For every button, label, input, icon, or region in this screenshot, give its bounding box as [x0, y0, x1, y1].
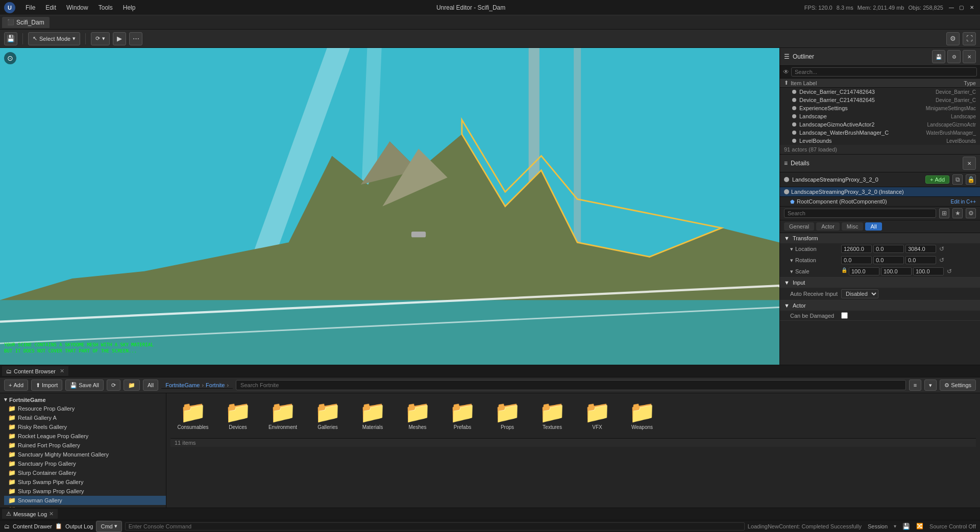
viewport[interactable]: ⊙ YOUR SCENE CONTAINS A SKYDOME MESH WIT…: [0, 48, 779, 365]
cb-settings-button[interactable]: ⚙ Settings: [940, 379, 976, 391]
tab-actor[interactable]: Actor: [816, 222, 840, 231]
play-button[interactable]: ▶: [113, 32, 126, 45]
scale-lock-icon[interactable]: 🔒: [841, 267, 847, 275]
edit-in-cpp-link[interactable]: Edit in C++: [951, 199, 976, 205]
cb-tree-item[interactable]: 📁Sanctuary Mighty Monument Gallery: [4, 450, 166, 459]
viewport-hint-button[interactable]: ⊙: [4, 52, 16, 64]
path-fortnite[interactable]: Fortnite: [206, 382, 225, 388]
save-button[interactable]: 💾: [4, 32, 17, 45]
menu-edit[interactable]: Edit: [43, 3, 58, 12]
menu-file[interactable]: File: [23, 3, 37, 12]
cb-tree-item[interactable]: 📁Ruined Fort Prop Gallery: [4, 441, 166, 450]
cb-all-button[interactable]: All: [143, 379, 158, 391]
transform-section-header[interactable]: ▼ Transform: [780, 233, 980, 243]
cb-tree-item[interactable]: 📁Rocket League Prop Gallery: [4, 432, 166, 441]
folder-devices[interactable]: 📁 Devices: [217, 399, 258, 432]
can-be-damaged-checkbox[interactable]: [841, 312, 848, 319]
location-z-input[interactable]: [905, 245, 936, 253]
details-search-input[interactable]: [784, 209, 936, 218]
close-button[interactable]: ✕: [968, 4, 976, 12]
rotation-y-input[interactable]: [873, 256, 904, 264]
input-section-header[interactable]: ▼ Input: [780, 277, 980, 288]
save-icon-status[interactable]: 💾: [902, 523, 910, 530]
tab-all[interactable]: All: [865, 222, 881, 231]
add-component-button[interactable]: + Add: [925, 175, 949, 184]
details-settings-button[interactable]: ⚙: [966, 208, 976, 218]
details-grid-view-button[interactable]: ⊞: [939, 208, 949, 218]
cb-tree-item[interactable]: 📁Resource Prop Gallery: [4, 404, 166, 413]
session-label[interactable]: Session: [868, 523, 888, 529]
select-mode-button[interactable]: ↖ Select Mode ▾: [28, 32, 80, 45]
scale-reset-button[interactable]: ↺: [945, 267, 953, 275]
rotation-z-input[interactable]: [905, 256, 936, 264]
content-drawer-button[interactable]: 🗂: [4, 523, 10, 529]
message-log-tab[interactable]: ⚠ Message Log ✕: [2, 509, 58, 519]
rotation-x-input[interactable]: [841, 256, 872, 264]
scale-z-input[interactable]: [913, 267, 944, 275]
menu-tools[interactable]: Tools: [96, 3, 115, 12]
path-fortnite-game[interactable]: FortniteGame: [165, 382, 200, 388]
transform-button[interactable]: ⟳ ▾: [91, 32, 110, 45]
maximize-button[interactable]: ▢: [958, 4, 966, 12]
cb-filter-button[interactable]: ≡: [909, 379, 921, 391]
details-instance-row[interactable]: LandscapeStreamingProxy_3_2_0 (Instance): [780, 187, 980, 197]
tab-misc[interactable]: Misc: [842, 222, 864, 231]
content-drawer-label[interactable]: Content Drawer: [13, 523, 52, 529]
outliner-settings-icon[interactable]: ⚙: [947, 50, 961, 63]
minimize-button[interactable]: —: [947, 4, 955, 12]
folder-vfx[interactable]: 📁 VFX: [577, 399, 618, 432]
output-log-button[interactable]: 📋: [55, 523, 62, 529]
cb-tree-item[interactable]: 📁Retail Gallery A: [4, 413, 166, 422]
outliner-item[interactable]: LandscapeGizmoActiveActor2 LandscapeGizm…: [780, 120, 980, 129]
cb-sort-button[interactable]: ▾: [924, 379, 937, 391]
folder-environment[interactable]: 📁 Environment: [262, 399, 303, 432]
cb-add-button[interactable]: + Add: [4, 379, 28, 391]
actor-section-header[interactable]: ▼ Actor: [780, 300, 980, 311]
settings-button[interactable]: ⚙: [946, 32, 960, 45]
component-lock-button[interactable]: 🔒: [966, 174, 976, 185]
console-command-input[interactable]: [125, 522, 745, 530]
cb-tree-root[interactable]: ▾ FortniteGame: [0, 395, 166, 404]
content-browser-tab[interactable]: 🗂 Content Browser ✕: [2, 366, 68, 376]
more-options-button[interactable]: ⋯: [129, 32, 142, 45]
folder-galleries[interactable]: 📁 Galleries: [307, 399, 348, 432]
outliner-item[interactable]: Landscape Landscape: [780, 112, 980, 120]
output-log-label[interactable]: Output Log: [65, 523, 93, 529]
msg-close[interactable]: ✕: [49, 511, 54, 517]
details-close-button[interactable]: ✕: [963, 157, 976, 170]
source-control-label[interactable]: Source Control Off: [929, 523, 976, 529]
component-copy-button[interactable]: ⧉: [952, 174, 963, 185]
cb-create-folder-button[interactable]: 📁: [124, 379, 140, 391]
folder-materials[interactable]: 📁 Materials: [352, 399, 393, 432]
outliner-search-input[interactable]: [791, 67, 977, 77]
tab-general[interactable]: General: [784, 222, 814, 231]
outliner-item[interactable]: Device_Barrier_C2147482645 Device_Barrie…: [780, 96, 980, 104]
outliner-item[interactable]: LevelBounds LevelBounds: [780, 137, 980, 145]
cb-sync-button[interactable]: ⟳: [107, 379, 120, 391]
cb-tree-item[interactable]: 📁Slurp Swamp Pipe Gallery: [4, 477, 166, 487]
folder-weapons[interactable]: 📁 Weapons: [622, 399, 663, 432]
location-x-input[interactable]: [841, 245, 872, 253]
details-root-row[interactable]: ⬟ RootComponent (RootComponent0) Edit in…: [780, 197, 980, 207]
menu-help[interactable]: Help: [121, 3, 138, 12]
folder-props[interactable]: 📁 Props: [487, 399, 528, 432]
folder-textures[interactable]: 📁 Textures: [532, 399, 573, 432]
cb-tab-close-button[interactable]: ✕: [60, 368, 64, 374]
cb-search-input[interactable]: [236, 380, 906, 390]
scale-y-input[interactable]: [881, 267, 912, 275]
outliner-close-button[interactable]: ✕: [963, 50, 976, 63]
folder-consumables[interactable]: 📁 Consumables: [173, 399, 213, 432]
outliner-save-icon[interactable]: 💾: [932, 50, 945, 63]
fullscreen-button[interactable]: ⛶: [963, 32, 976, 45]
cb-tree-item[interactable]: 📁Risky Reels Gallery: [4, 422, 166, 432]
cb-save-all-button[interactable]: 💾 Save All: [65, 379, 104, 391]
outliner-item[interactable]: Landscape_WaterBrushManager_C WaterBrush…: [780, 129, 980, 137]
menu-window[interactable]: Window: [64, 3, 90, 12]
location-y-input[interactable]: [873, 245, 904, 253]
cb-tree-item[interactable]: 📁Slurp Swamp Prop Gallery: [4, 487, 166, 496]
outliner-item[interactable]: Device_Barrier_C2147482643 Device_Barrie…: [780, 88, 980, 96]
location-reset-button[interactable]: ↺: [938, 245, 946, 253]
cb-tree-item-snowman-gallery[interactable]: 📁Snowman Gallery: [4, 496, 166, 505]
level-tab[interactable]: ⬛ Scifi_Dam: [2, 17, 50, 28]
cb-tree-item[interactable]: 📁Slurp Container Gallery: [4, 468, 166, 477]
